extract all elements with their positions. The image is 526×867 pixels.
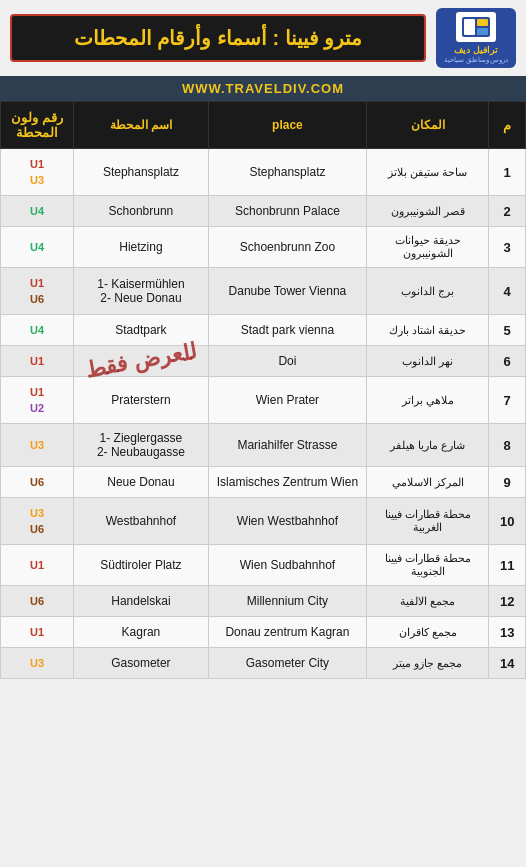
- cell-place-ar: مجمع جازو ميتر: [367, 648, 489, 679]
- cell-place-en: Millennium City: [208, 586, 367, 617]
- cell-place-ar: حديقة اشتاد بارك: [367, 315, 489, 346]
- cell-num: 5: [489, 315, 526, 346]
- cell-place-en: Donau zentrum Kagran: [208, 617, 367, 648]
- logo-icon: [456, 12, 496, 42]
- line-badge: U1: [26, 558, 48, 572]
- cell-place-ar: مجمع الالفية: [367, 586, 489, 617]
- line-badge: U1: [26, 157, 48, 171]
- cell-place-en: Schonbrunn Palace: [208, 196, 367, 227]
- cell-place-en: Wien Sudbahnhof: [208, 545, 367, 586]
- table-wrapper: م المكان place اسم المحطة رقم ولون المحط…: [0, 101, 526, 679]
- cell-line: U4: [1, 227, 74, 268]
- cell-place-en: Danube Tower Vienna: [208, 268, 367, 315]
- cell-station: للعرض فقط: [74, 346, 208, 377]
- cell-num: 14: [489, 648, 526, 679]
- cell-place-en: Gasometer City: [208, 648, 367, 679]
- cell-place-en: Schoenbrunn Zoo: [208, 227, 367, 268]
- table-row: 12مجمع الالفيةMillennium CityHandelskaiU…: [1, 586, 526, 617]
- cell-num: 11: [489, 545, 526, 586]
- line-badge: U4: [26, 204, 48, 218]
- col-header-place-ar: المكان: [367, 102, 489, 149]
- col-header-station: اسم المحطة: [74, 102, 208, 149]
- cell-num: 9: [489, 467, 526, 498]
- line-badge: U6: [26, 522, 48, 536]
- svg-rect-3: [477, 28, 488, 35]
- svg-rect-2: [477, 19, 488, 26]
- col-header-line: رقم ولون المحطة: [1, 102, 74, 149]
- table-row: 6نهر الدانوبDoiللعرض فقطU1: [1, 346, 526, 377]
- line-badge: U1: [26, 354, 48, 368]
- table-row: 11محطة قطارات فيينا الجنوبيةWien Sudbahn…: [1, 545, 526, 586]
- svg-rect-1: [464, 19, 475, 35]
- line-badge: U1: [26, 276, 48, 290]
- line-badge: U6: [26, 292, 48, 306]
- cell-station: Kagran: [74, 617, 208, 648]
- table-row: 4برج الدانوبDanube Tower Vienna1- Kaiser…: [1, 268, 526, 315]
- stations-table: م المكان place اسم المحطة رقم ولون المحط…: [0, 101, 526, 679]
- line-badge: U2: [26, 401, 48, 415]
- cell-place-ar: محطة قطارات فيينا الغربية: [367, 498, 489, 545]
- cell-station: Westbahnhof: [74, 498, 208, 545]
- table-row: 2قصر الشونيبرونSchonbrunn PalaceSchonbru…: [1, 196, 526, 227]
- cell-line: U1: [1, 617, 74, 648]
- cell-line: U1U3: [1, 149, 74, 196]
- cell-num: 8: [489, 424, 526, 467]
- cell-num: 12: [489, 586, 526, 617]
- cell-line: U3U6: [1, 498, 74, 545]
- cell-place-en: Mariahilfer Strasse: [208, 424, 367, 467]
- line-badge: U6: [26, 475, 48, 489]
- line-badge: U3: [26, 173, 48, 187]
- cell-line: U1: [1, 346, 74, 377]
- logo-box: ترافيل ديف دروس ومناطق سياحية: [436, 8, 516, 68]
- logo-text: ترافيل ديف: [454, 45, 498, 56]
- cell-num: 13: [489, 617, 526, 648]
- table-header-row: م المكان place اسم المحطة رقم ولون المحط…: [1, 102, 526, 149]
- cell-station: Praterstern: [74, 377, 208, 424]
- cell-station: Handelskai: [74, 586, 208, 617]
- table-row: 8شارع ماريا هيلفرMariahilfer Strasse1- Z…: [1, 424, 526, 467]
- cell-num: 6: [489, 346, 526, 377]
- table-row: 7ملاهي براترWien PraterPratersternU1U2: [1, 377, 526, 424]
- table-row: 5حديقة اشتاد باركStadt park viennaStadtp…: [1, 315, 526, 346]
- table-row: 14مجمع جازو ميترGasometer CityGasometerU…: [1, 648, 526, 679]
- cell-station: Südtiroler Platz: [74, 545, 208, 586]
- col-header-num: م: [489, 102, 526, 149]
- cell-station: Gasometer: [74, 648, 208, 679]
- page-title: مترو فيينا : أسماء وأرقام المحطات: [10, 14, 426, 62]
- line-badge: U1: [26, 385, 48, 399]
- line-badge: U4: [26, 240, 48, 254]
- cell-place-ar: محطة قطارات فيينا الجنوبية: [367, 545, 489, 586]
- cell-station: Neue Donau: [74, 467, 208, 498]
- cell-num: 10: [489, 498, 526, 545]
- cell-line: U4: [1, 196, 74, 227]
- cell-place-ar: برج الدانوب: [367, 268, 489, 315]
- cell-num: 4: [489, 268, 526, 315]
- table-row: 9المركز الاسلاميIslamisches Zentrum Wien…: [1, 467, 526, 498]
- cell-place-ar: مجمع كاقران: [367, 617, 489, 648]
- line-badge: U3: [26, 656, 48, 670]
- cell-place-en: Wien Prater: [208, 377, 367, 424]
- logo-subtext: دروس ومناطق سياحية: [444, 56, 509, 64]
- cell-line: U6: [1, 467, 74, 498]
- cell-station: 1- Kaisermühlen2- Neue Donau: [74, 268, 208, 315]
- cell-num: 2: [489, 196, 526, 227]
- cell-station: Schonbrunn: [74, 196, 208, 227]
- cell-num: 7: [489, 377, 526, 424]
- cell-place-ar: حديقة حيوانات الشونيبرون: [367, 227, 489, 268]
- cell-place-ar: ملاهي براتر: [367, 377, 489, 424]
- cell-place-en: Stephansplatz: [208, 149, 367, 196]
- cell-line: U1: [1, 545, 74, 586]
- table-row: 3حديقة حيوانات الشونيبرونSchoenbrunn Zoo…: [1, 227, 526, 268]
- table-row: 13مجمع كاقرانDonau zentrum KagranKagranU…: [1, 617, 526, 648]
- cell-station: Stephansplatz: [74, 149, 208, 196]
- cell-place-ar: المركز الاسلامي: [367, 467, 489, 498]
- cell-line: U3: [1, 648, 74, 679]
- header-area: ترافيل ديف دروس ومناطق سياحية مترو فيينا…: [0, 0, 526, 76]
- cell-line: U6: [1, 586, 74, 617]
- line-badge: U6: [26, 594, 48, 608]
- cell-num: 3: [489, 227, 526, 268]
- line-badge: U3: [26, 438, 48, 452]
- cell-station: Hietzing: [74, 227, 208, 268]
- cell-place-ar: قصر الشونيبرون: [367, 196, 489, 227]
- cell-place-en: Islamisches Zentrum Wien: [208, 467, 367, 498]
